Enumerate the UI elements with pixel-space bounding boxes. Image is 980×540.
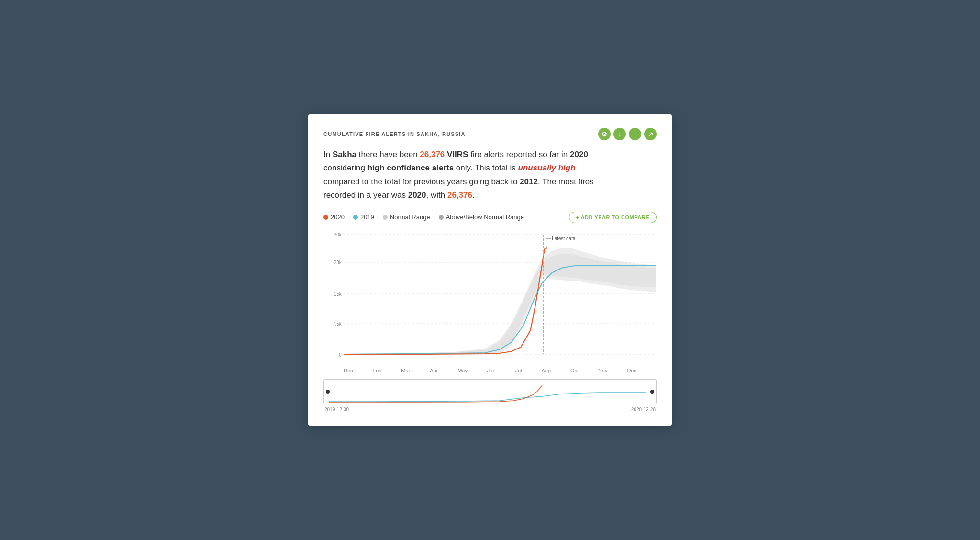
legend-2020: 2020: [323, 214, 345, 221]
description-intro: In: [323, 150, 333, 159]
location-name: Sakha: [333, 150, 356, 159]
download-icon[interactable]: ↓: [613, 128, 626, 140]
description: In Sakha there have been 26,376 VIIRS fi…: [323, 148, 657, 202]
minimap-handle-left[interactable]: [326, 390, 330, 394]
share-icon[interactable]: ↗: [644, 128, 657, 140]
minimap-svg: [324, 380, 656, 404]
minimap-handle-right[interactable]: [650, 390, 654, 394]
legend-dot-2019: [353, 215, 358, 220]
desc-mid5: only. This total is: [454, 163, 518, 172]
x-label-dec2: Dec: [627, 368, 636, 373]
desc-mid1: there have been: [356, 150, 420, 159]
x-label-apr: Apr: [430, 368, 438, 373]
legend-dot-above: [439, 215, 444, 220]
header-icons: ⚙ ↓ i ↗: [598, 128, 657, 140]
legend-normal-range: Normal Range: [383, 214, 430, 221]
desc-mid6: compared to the total for previous years…: [323, 177, 520, 186]
desc-considering: considering: [323, 163, 368, 172]
x-label-aug: Aug: [541, 368, 551, 373]
legend-dot-normal: [383, 215, 388, 220]
legend-label-2019: 2019: [360, 214, 374, 221]
legend-above-below: Above/Below Normal Range: [439, 214, 524, 221]
max-year: 2020: [408, 191, 426, 200]
x-label-mar: Mar: [401, 368, 410, 373]
x-label-feb: Feb: [372, 368, 381, 373]
svg-text:Latest data: Latest data: [552, 236, 576, 241]
desc-year: 2020: [570, 150, 588, 159]
desc-mid3: fire alerts reported so far in: [468, 150, 570, 159]
x-label-may: May: [457, 368, 468, 373]
svg-text:15k: 15k: [334, 292, 342, 297]
legend-label-above: Above/Below Normal Range: [446, 214, 524, 221]
x-label-dec1: Dec: [344, 368, 353, 373]
svg-text:23k: 23k: [334, 260, 342, 265]
legend-label-2020: 2020: [331, 214, 345, 221]
main-card: CUMULATIVE FIRE ALERTS IN SAKHA, RUSSIA …: [308, 114, 672, 425]
chart-svg: 30k 23k 15k 7.5k 0: [323, 230, 657, 364]
card-header: CUMULATIVE FIRE ALERTS IN SAKHA, RUSSIA …: [323, 128, 657, 140]
settings-icon[interactable]: ⚙: [598, 128, 611, 140]
svg-text:30k: 30k: [334, 232, 342, 237]
minimap-start-date: 2019-12-30: [324, 407, 349, 412]
legend-2019: 2019: [353, 214, 374, 221]
desc-recorded: recorded in a year was: [323, 191, 408, 200]
x-label-jul: Jul: [515, 368, 522, 373]
legend-row: 2020 2019 Normal Range Above/Below Norma…: [323, 212, 657, 223]
desc-viirs: VIIRS: [445, 150, 468, 159]
add-year-button[interactable]: + ADD YEAR TO COMPARE: [569, 212, 657, 223]
confidence-label: high confidence alerts: [368, 163, 454, 172]
status-label: unusually high: [518, 163, 576, 172]
chart-area: 30k 23k 15k 7.5k 0: [323, 230, 657, 364]
svg-text:0: 0: [339, 352, 342, 358]
x-label-nov: Nov: [598, 368, 608, 373]
max-count: 26,376: [447, 191, 472, 200]
desc-mid7: . The most fires: [538, 177, 594, 186]
legend-dot-2020: [323, 215, 328, 220]
minimap-end-date: 2020-12-28: [631, 407, 656, 412]
legend-label-normal: Normal Range: [390, 214, 430, 221]
minimap-labels: 2019-12-30 2020-12-28: [323, 407, 657, 412]
minimap-container[interactable]: [323, 379, 657, 404]
svg-rect-10: [344, 230, 656, 357]
x-label-oct: Oct: [570, 368, 579, 373]
start-year: 2012: [520, 177, 538, 186]
desc-with: , with: [426, 191, 447, 200]
info-icon[interactable]: i: [629, 128, 641, 140]
svg-marker-12: [344, 248, 656, 354]
svg-text:7.5k: 7.5k: [333, 321, 342, 326]
desc-end: .: [472, 191, 475, 200]
x-label-jun: Jun: [487, 368, 496, 373]
alert-count: 26,376: [420, 150, 445, 159]
card-title: CUMULATIVE FIRE ALERTS IN SAKHA, RUSSIA: [323, 131, 466, 137]
